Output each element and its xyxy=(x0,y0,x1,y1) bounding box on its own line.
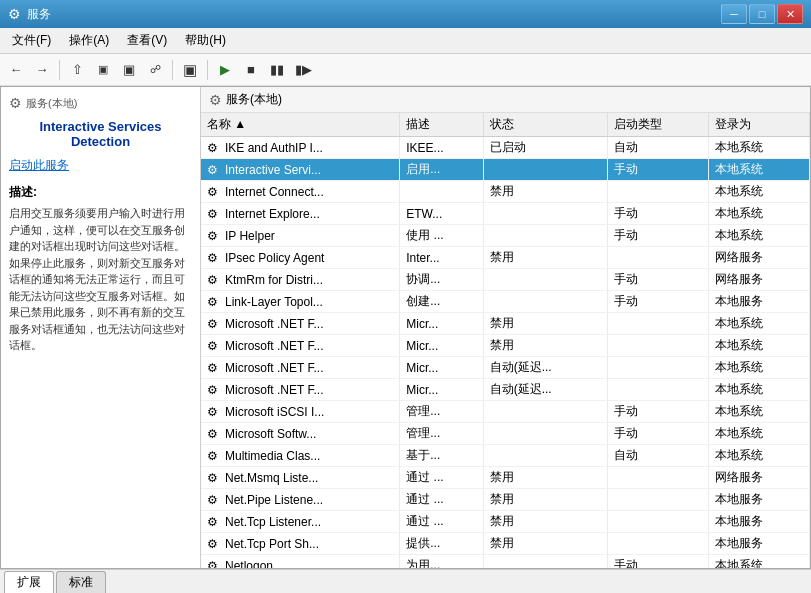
cell-login: 网络服务 xyxy=(708,467,809,489)
cell-name: ⚙Microsoft .NET F... xyxy=(201,313,400,335)
cell-status: 禁用 xyxy=(483,247,607,269)
cell-login: 本地系统 xyxy=(708,137,809,159)
table-row[interactable]: ⚙IKE and AuthIP I...IKEE...已启动自动本地系统 xyxy=(201,137,810,159)
cell-startup xyxy=(607,247,708,269)
selected-service-name: Interactive Services Detection xyxy=(9,119,192,149)
table-row[interactable]: ⚙Internet Explore...ETW...手动本地系统 xyxy=(201,203,810,225)
table-wrapper[interactable]: 名称 ▲ 描述 状态 启动类型 登录为 ⚙IKE and AuthIP I...… xyxy=(201,113,810,568)
table-row[interactable]: ⚙Net.Msmq Liste...通过 ...禁用网络服务 xyxy=(201,467,810,489)
cell-login: 本地系统 xyxy=(708,203,809,225)
table-row[interactable]: ⚙Net.Tcp Listener...通过 ...禁用本地服务 xyxy=(201,511,810,533)
service-gear-icon: ⚙ xyxy=(207,515,221,529)
cell-startup: 手动 xyxy=(607,423,708,445)
properties-button[interactable]: ▣ xyxy=(178,58,202,82)
service-gear-icon: ⚙ xyxy=(207,449,221,463)
table-row[interactable]: ⚙Internet Connect...禁用本地系统 xyxy=(201,181,810,203)
start-service-link[interactable]: 启动此服务 xyxy=(9,157,192,174)
main-container: ⚙ 服务(本地) Interactive Services Detection … xyxy=(0,86,811,569)
services-table: 名称 ▲ 描述 状态 启动类型 登录为 ⚙IKE and AuthIP I...… xyxy=(201,113,810,568)
cell-startup xyxy=(607,467,708,489)
cell-desc: 管理... xyxy=(400,423,483,445)
left-panel: ⚙ 服务(本地) Interactive Services Detection … xyxy=(1,87,201,568)
cell-startup: 手动 xyxy=(607,159,708,181)
restart-button[interactable]: ▮▶ xyxy=(291,58,315,82)
col-name[interactable]: 名称 ▲ xyxy=(201,113,400,137)
cell-desc: Micr... xyxy=(400,379,483,401)
cell-name: ⚙Internet Connect... xyxy=(201,181,400,203)
cell-status: 禁用 xyxy=(483,181,607,203)
table-row[interactable]: ⚙IP Helper使用 ...手动本地系统 xyxy=(201,225,810,247)
tab-expand[interactable]: 扩展 xyxy=(4,571,54,593)
play-button[interactable]: ▶ xyxy=(213,58,237,82)
cell-login: 本地系统 xyxy=(708,181,809,203)
table-row[interactable]: ⚙Link-Layer Topol...创建...手动本地服务 xyxy=(201,291,810,313)
cell-login: 本地服务 xyxy=(708,291,809,313)
cell-startup: 手动 xyxy=(607,203,708,225)
table-row[interactable]: ⚙Microsoft iSCSI I...管理...手动本地系统 xyxy=(201,401,810,423)
maximize-button[interactable]: □ xyxy=(749,4,775,24)
table-row[interactable]: ⚙Net.Tcp Port Sh...提供...禁用本地服务 xyxy=(201,533,810,555)
gear-icon-small: ⚙ xyxy=(9,95,22,111)
cell-status xyxy=(483,445,607,467)
right-panel: ⚙ 服务(本地) 名称 ▲ 描述 状态 启动类型 登录为 ⚙IKE and Au… xyxy=(201,87,810,568)
service-gear-icon: ⚙ xyxy=(207,361,221,375)
close-button[interactable]: ✕ xyxy=(777,4,803,24)
forward-button[interactable]: → xyxy=(30,58,54,82)
pause-button[interactable]: ▮▮ xyxy=(265,58,289,82)
title-bar: ⚙ 服务 ─ □ ✕ xyxy=(0,0,811,28)
cell-name: ⚙Net.Msmq Liste... xyxy=(201,467,400,489)
service-gear-icon: ⚙ xyxy=(207,185,221,199)
service-gear-icon: ⚙ xyxy=(207,273,221,287)
table-row[interactable]: ⚙IPsec Policy AgentInter...禁用网络服务 xyxy=(201,247,810,269)
cell-name: ⚙Net.Pipe Listene... xyxy=(201,489,400,511)
cell-desc: 启用... xyxy=(400,159,483,181)
cell-desc: 通过 ... xyxy=(400,511,483,533)
minimize-button[interactable]: ─ xyxy=(721,4,747,24)
col-status[interactable]: 状态 xyxy=(483,113,607,137)
cell-name: ⚙Internet Explore... xyxy=(201,203,400,225)
cell-status: 禁用 xyxy=(483,489,607,511)
cell-name: ⚙IKE and AuthIP I... xyxy=(201,137,400,159)
table-row[interactable]: ⚙Microsoft .NET F...Micr...自动(延迟...本地系统 xyxy=(201,357,810,379)
menu-help[interactable]: 帮助(H) xyxy=(177,30,234,51)
back-button[interactable]: ← xyxy=(4,58,28,82)
table-row[interactable]: ⚙Microsoft .NET F...Micr...禁用本地系统 xyxy=(201,335,810,357)
menu-view[interactable]: 查看(V) xyxy=(119,30,175,51)
cell-login: 本地系统 xyxy=(708,401,809,423)
table-row[interactable]: ⚙Microsoft .NET F...Micr...自动(延迟...本地系统 xyxy=(201,379,810,401)
col-login[interactable]: 登录为 xyxy=(708,113,809,137)
service-gear-icon: ⚙ xyxy=(207,537,221,551)
service-gear-icon: ⚙ xyxy=(207,229,221,243)
cell-desc: 通过 ... xyxy=(400,489,483,511)
cell-login: 本地系统 xyxy=(708,159,809,181)
cell-startup xyxy=(607,533,708,555)
up-button[interactable]: ⇧ xyxy=(65,58,89,82)
cell-desc: Micr... xyxy=(400,357,483,379)
table-row[interactable]: ⚙Interactive Servi...启用...手动本地系统 xyxy=(201,159,810,181)
cell-login: 本地系统 xyxy=(708,225,809,247)
table-row[interactable]: ⚙Netlogon为用...手动本地系统 xyxy=(201,555,810,569)
export-button[interactable]: ☍ xyxy=(143,58,167,82)
show-console-button[interactable]: ▣ xyxy=(91,58,115,82)
menu-file[interactable]: 文件(F) xyxy=(4,30,59,51)
bottom-tabs: 扩展 标准 xyxy=(0,569,811,593)
col-desc[interactable]: 描述 xyxy=(400,113,483,137)
table-row[interactable]: ⚙Microsoft .NET F...Micr...禁用本地系统 xyxy=(201,313,810,335)
refresh-button[interactable]: ▣ xyxy=(117,58,141,82)
tab-standard[interactable]: 标准 xyxy=(56,571,106,593)
menu-action[interactable]: 操作(A) xyxy=(61,30,117,51)
toolbar-sep-3 xyxy=(207,60,208,80)
table-row[interactable]: ⚙KtmRm for Distri...协调...手动网络服务 xyxy=(201,269,810,291)
cell-startup xyxy=(607,489,708,511)
cell-desc: 为用... xyxy=(400,555,483,569)
right-panel-header: ⚙ 服务(本地) xyxy=(201,87,810,113)
table-row[interactable]: ⚙Net.Pipe Listene...通过 ...禁用本地服务 xyxy=(201,489,810,511)
cell-startup xyxy=(607,313,708,335)
table-row[interactable]: ⚙Microsoft Softw...管理...手动本地系统 xyxy=(201,423,810,445)
cell-startup xyxy=(607,357,708,379)
cell-desc: 通过 ... xyxy=(400,467,483,489)
cell-login: 本地系统 xyxy=(708,423,809,445)
stop-button[interactable]: ■ xyxy=(239,58,263,82)
col-startup[interactable]: 启动类型 xyxy=(607,113,708,137)
table-row[interactable]: ⚙Multimedia Clas...基于...自动本地系统 xyxy=(201,445,810,467)
